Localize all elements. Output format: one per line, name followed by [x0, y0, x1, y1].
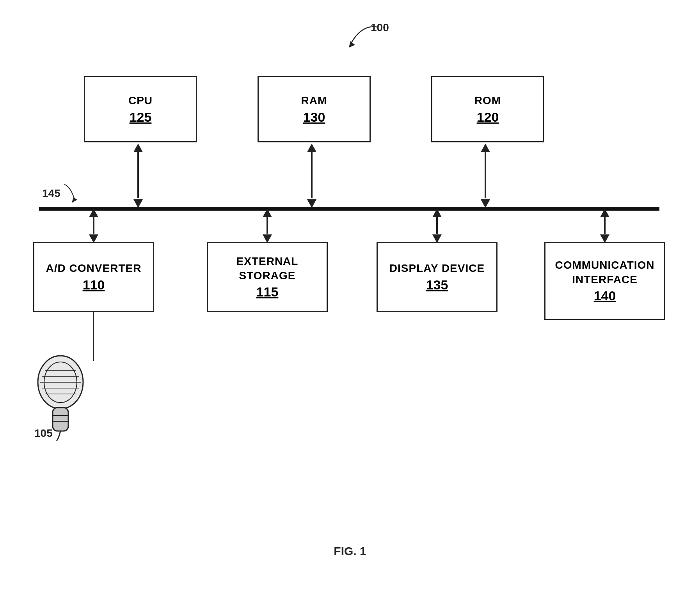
svg-marker-20: [600, 209, 609, 217]
svg-marker-5: [307, 144, 316, 152]
svg-marker-14: [263, 209, 272, 217]
svg-marker-19: [432, 234, 442, 243]
main-ref-arrow: [339, 20, 386, 59]
bus-line: [39, 207, 659, 211]
ext-storage-bus-arrow: [263, 209, 272, 243]
rom-bus-arrow: [481, 144, 490, 208]
svg-rect-3: [137, 152, 139, 198]
rom-label: ROM: [474, 94, 501, 108]
display-device-number: 135: [426, 277, 448, 293]
display-device-label: DISPLAY DEVICE: [389, 261, 485, 275]
svg-marker-8: [481, 144, 490, 152]
svg-marker-16: [263, 234, 272, 243]
svg-rect-15: [266, 217, 268, 234]
ram-bus-arrow: [307, 144, 316, 208]
external-storage-label: EXTERNAL STORAGE: [208, 254, 327, 283]
svg-rect-9: [485, 152, 486, 198]
ad-bus-arrow: [89, 209, 98, 243]
ram-label: RAM: [301, 94, 327, 108]
svg-rect-18: [436, 217, 438, 234]
comm-bus-arrow: [600, 209, 609, 243]
rom-box: ROM 120: [431, 76, 544, 142]
rom-number: 120: [477, 110, 499, 125]
svg-marker-1: [72, 197, 77, 203]
svg-marker-17: [432, 209, 442, 217]
svg-rect-6: [311, 152, 313, 198]
svg-rect-12: [93, 217, 94, 234]
mic-to-ad-connector: [93, 312, 94, 361]
ram-box: RAM 130: [258, 76, 371, 142]
figure-caption: FIG. 1: [0, 545, 700, 558]
ad-converter-number: 110: [83, 277, 105, 293]
bus-ref-arrow: [59, 183, 82, 204]
cpu-label: CPU: [128, 94, 153, 108]
ram-number: 130: [303, 110, 325, 125]
svg-marker-13: [89, 234, 98, 243]
svg-marker-22: [600, 234, 609, 243]
svg-rect-21: [604, 217, 606, 234]
external-storage-number: 115: [256, 284, 279, 300]
external-storage-box: EXTERNAL STORAGE 115: [207, 242, 328, 312]
comm-interface-number: 140: [594, 288, 616, 303]
cpu-box: CPU 125: [84, 76, 197, 142]
bus-ref-label: 145: [42, 187, 60, 200]
diagram-container: 100 CPU 125 RAM 130 ROM 120 145: [0, 0, 700, 589]
comm-interface-box: COMMUNICATION INTERFACE 140: [544, 242, 665, 320]
comm-interface-label: COMMUNICATION INTERFACE: [545, 258, 664, 287]
svg-marker-4: [133, 199, 143, 208]
mic-ref-label: 105: [34, 427, 53, 440]
svg-rect-30: [53, 408, 68, 431]
svg-marker-7: [307, 199, 316, 208]
display-bus-arrow: [432, 209, 442, 243]
cpu-bus-arrow: [133, 144, 143, 208]
svg-marker-11: [89, 209, 98, 217]
cpu-number: 125: [130, 110, 152, 125]
svg-marker-2: [133, 144, 143, 152]
ad-converter-label: A/D CONVERTER: [46, 261, 142, 275]
ad-converter-box: A/D CONVERTER 110: [33, 242, 154, 312]
display-device-box: DISPLAY DEVICE 135: [377, 242, 497, 312]
svg-marker-10: [481, 199, 490, 208]
